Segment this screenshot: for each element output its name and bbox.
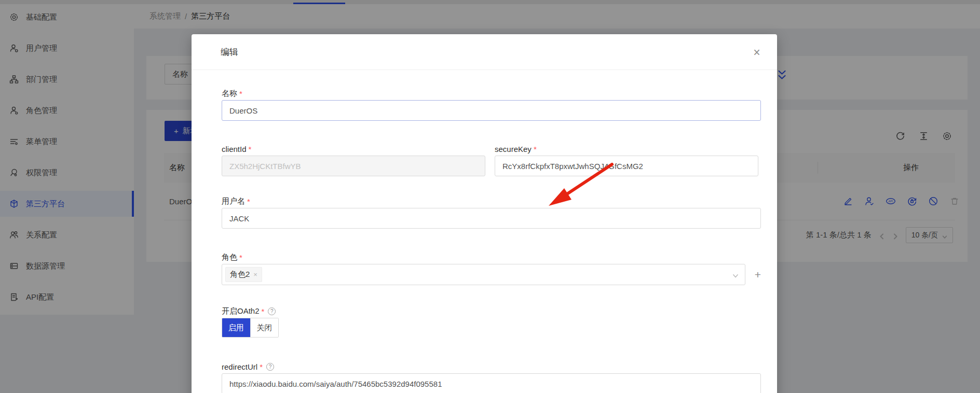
clientid-field-label: clientId* — [222, 143, 485, 155]
modal-body: 名称* clientId* secureKey* — [192, 70, 777, 393]
tag-remove-icon[interactable]: × — [253, 271, 257, 278]
name-input[interactable] — [222, 100, 761, 121]
add-role-button[interactable]: + — [755, 269, 761, 280]
required-asterisk: * — [239, 89, 242, 98]
role-select[interactable]: 角色2 × — [222, 264, 745, 285]
modal-header: 编辑 × — [192, 34, 777, 70]
securekey-input[interactable] — [495, 156, 758, 176]
securekey-field-label: secureKey* — [495, 143, 758, 155]
chevron-down-icon — [732, 272, 739, 278]
required-asterisk: * — [534, 145, 537, 153]
redirecturl-input[interactable] — [222, 373, 761, 393]
username-input[interactable] — [222, 208, 761, 229]
username-field-label: 用户名* — [222, 195, 761, 207]
close-icon[interactable]: × — [749, 45, 765, 60]
help-circle-icon[interactable]: ? — [268, 307, 276, 315]
oauth2-disable-option[interactable]: 关闭 — [250, 318, 279, 337]
required-asterisk: * — [249, 145, 252, 153]
oauth2-enable-option[interactable]: 启用 — [222, 318, 250, 337]
oauth2-toggle-group: 启用 关闭 — [222, 318, 279, 338]
role-field-label: 角色* — [222, 251, 761, 263]
required-asterisk: * — [262, 307, 265, 316]
help-circle-icon[interactable]: ? — [266, 363, 274, 371]
required-asterisk: * — [247, 197, 250, 206]
required-asterisk: * — [239, 253, 242, 262]
edit-modal: 编辑 × 名称* clientId* — [192, 34, 777, 393]
role-tag-label: 角色2 — [230, 270, 250, 279]
role-tag: 角色2 × — [225, 267, 262, 282]
clientid-input — [222, 156, 485, 176]
modal-title: 编辑 — [221, 46, 238, 58]
oauth2-field-label: 开启OAth2* ? — [222, 305, 761, 317]
redirecturl-field-label: redirectUrl* ? — [222, 361, 761, 372]
screen: 基础配置 用户管理 部门管理 角色管理 菜单管理 权限管理 第三方平台 — [0, 0, 980, 393]
name-field-label: 名称* — [222, 88, 761, 99]
required-asterisk: * — [260, 362, 263, 371]
